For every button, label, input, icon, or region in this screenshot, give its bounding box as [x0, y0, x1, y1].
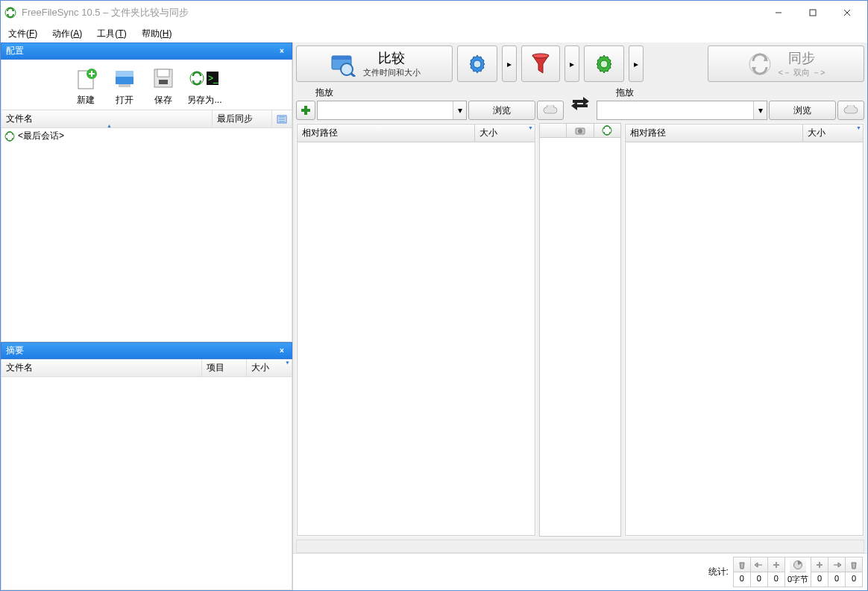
chevron-down-icon[interactable]: ▾ [753, 101, 767, 119]
cloud-right-button[interactable] [837, 101, 864, 120]
titlebar: FreeFileSync 10.5 – 文件夹比较与同步 [1, 1, 867, 25]
folder-right-group: 拖放 ▾ 浏览 [597, 86, 864, 120]
chevron-down-icon[interactable]: ▾ [453, 101, 466, 119]
window-title: FreeFileSync 10.5 – 文件夹比较与同步 [22, 6, 761, 19]
cloud-icon [843, 105, 858, 116]
right-grid: 相对路径 大小▼ [624, 123, 864, 537]
close-button[interactable] [830, 1, 864, 25]
config-panel-close-icon[interactable]: × [277, 46, 287, 57]
saveas-icon: >_ [189, 64, 219, 92]
svg-point-29 [600, 60, 608, 68]
sync-settings-button[interactable] [584, 45, 624, 82]
svg-point-15 [190, 72, 204, 85]
svg-point-27 [474, 60, 481, 68]
main-toolbar: 比较 文件时间和大小 ▸ ▸ ▸ [293, 42, 867, 85]
swap-button[interactable] [567, 89, 594, 118]
left-pane: 配置 × 新建 打开 保存 >_ [1, 42, 293, 590]
folder-right-combo[interactable]: ▾ [597, 101, 767, 120]
svg-point-34 [578, 129, 582, 133]
summary-grid-header: 文件名 项目 大小▼ [1, 359, 292, 377]
config-grid-body[interactable]: <最后会话> [1, 128, 292, 342]
left-grid-body[interactable] [297, 142, 535, 536]
svg-rect-14 [159, 80, 168, 84]
config-col-filename[interactable]: 文件名▲ [1, 110, 213, 127]
sync-sublabel: <－ 双向 －> [779, 67, 825, 78]
folder-right-input[interactable] [597, 101, 753, 119]
svg-line-26 [350, 73, 355, 77]
menu-help[interactable]: 帮助(H) [137, 26, 177, 42]
right-col-relpath[interactable]: 相对路径 [626, 124, 803, 142]
compare-settings-button[interactable] [457, 45, 497, 82]
sync-button[interactable]: 同步 <－ 双向 －> [708, 45, 864, 82]
config-col-options-icon[interactable] [272, 110, 292, 127]
middle-grid [539, 123, 621, 537]
summary-grid-body[interactable] [1, 377, 292, 591]
stats-table: 0 0 0 0字节 0 0 0 [733, 557, 863, 587]
right-grid-body[interactable] [625, 142, 864, 536]
svg-rect-10 [116, 71, 133, 77]
left-col-size[interactable]: 大小▼ [475, 124, 535, 142]
open-button[interactable]: 打开 [107, 63, 142, 108]
config-toolbar: 新建 打开 保存 >_ 另存为... [1, 60, 292, 110]
summary-col-size[interactable]: 大小▼ [247, 359, 292, 376]
summary-panel-close-icon[interactable]: × [277, 345, 287, 355]
cloud-left-button[interactable] [537, 101, 564, 120]
left-col-relpath[interactable]: 相对路径 [298, 124, 475, 142]
menu-file[interactable]: 文件(F) [4, 26, 42, 42]
add-pair-button[interactable] [296, 101, 315, 120]
menubar: 文件(F) 动作(A) 工具(T) 帮助(H) [1, 25, 867, 42]
summary-col-items[interactable]: 项目 [202, 359, 247, 376]
gear-green-icon [592, 52, 616, 76]
new-button[interactable]: 新建 [68, 63, 104, 108]
saveas-button[interactable]: >_ 另存为... [184, 63, 224, 108]
app-icon [4, 6, 17, 19]
menu-tools[interactable]: 工具(T) [92, 26, 130, 42]
summary-col-filename[interactable]: 文件名 [1, 359, 202, 376]
config-row-last-session[interactable]: <最后会话> [1, 128, 292, 144]
open-icon [110, 64, 139, 92]
right-pane: 比较 文件时间和大小 ▸ ▸ ▸ [293, 42, 867, 590]
compare-dropdown[interactable]: ▸ [502, 45, 517, 82]
maximize-button[interactable] [796, 1, 830, 25]
summary-panel-header[interactable]: 摘要 × [1, 342, 292, 359]
folder-right-label: 拖放 [597, 86, 864, 99]
svg-text:>_: >_ [208, 73, 218, 83]
horizontal-scrollbar[interactable] [296, 540, 864, 553]
compare-label: 比较 [378, 49, 405, 67]
svg-point-0 [5, 7, 16, 18]
middle-col-category-icon[interactable] [567, 124, 594, 137]
filter-icon [529, 52, 552, 76]
svg-rect-24 [332, 56, 351, 60]
config-grid-header: 文件名▲ 最后同步 [1, 110, 292, 128]
middle-grid-body[interactable] [539, 138, 621, 537]
minimize-button[interactable] [761, 1, 796, 25]
filter-button[interactable] [521, 45, 560, 82]
stat-update-left-icon [751, 557, 767, 572]
save-icon [148, 64, 178, 92]
save-button[interactable]: 保存 [145, 63, 181, 108]
middle-col-blank[interactable] [540, 124, 567, 137]
stat-update-right-icon [828, 557, 845, 572]
sync-settings-dropdown[interactable]: ▸ [629, 45, 644, 82]
folder-left-combo[interactable]: ▾ [317, 101, 467, 120]
browse-right-button[interactable]: 浏览 [769, 101, 836, 120]
stat-create-left-icon [768, 557, 784, 572]
stat-delete-left-icon [734, 557, 750, 572]
right-col-size[interactable]: 大小▼ [803, 124, 863, 142]
compare-button[interactable]: 比较 文件时间和大小 [296, 45, 453, 82]
menu-action[interactable]: 动作(A) [48, 26, 87, 42]
config-panel-header[interactable]: 配置 × [1, 42, 292, 60]
config-col-lastsync[interactable]: 最后同步 [213, 110, 272, 127]
folder-left-input[interactable] [318, 101, 453, 119]
swap-icon [570, 95, 591, 113]
stats-label: 统计: [708, 566, 729, 578]
cloud-icon [543, 105, 558, 116]
filter-dropdown[interactable]: ▸ [564, 45, 579, 82]
sync-icon [4, 131, 15, 142]
comparison-grids: 相对路径 大小▼ 相对路径 大小▼ [293, 121, 867, 540]
middle-col-action-icon[interactable] [594, 124, 620, 137]
svg-rect-2 [810, 10, 816, 16]
browse-left-button[interactable]: 浏览 [468, 101, 535, 120]
folder-pair-row: 拖放 ▾ 浏览 拖放 ▾ 浏览 [293, 85, 867, 121]
svg-rect-9 [116, 77, 133, 84]
